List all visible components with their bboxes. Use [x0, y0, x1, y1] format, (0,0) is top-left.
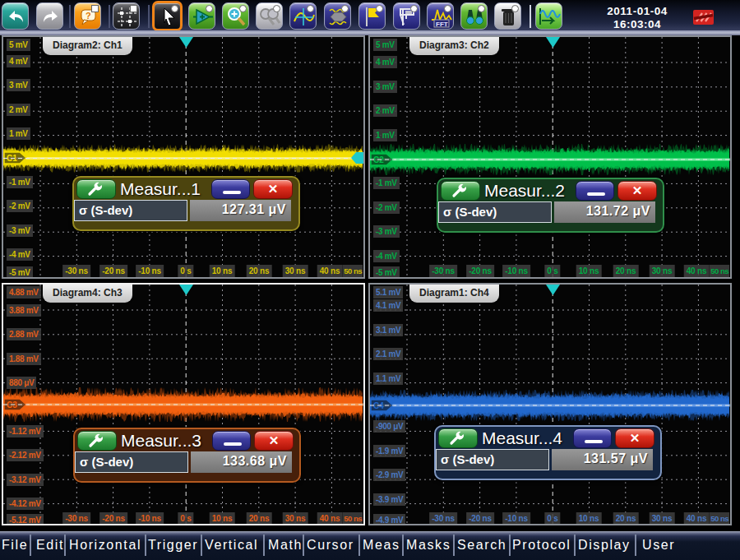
svg-text:FFT: FFT — [436, 21, 448, 28]
svg-text:?: ? — [86, 11, 91, 21]
